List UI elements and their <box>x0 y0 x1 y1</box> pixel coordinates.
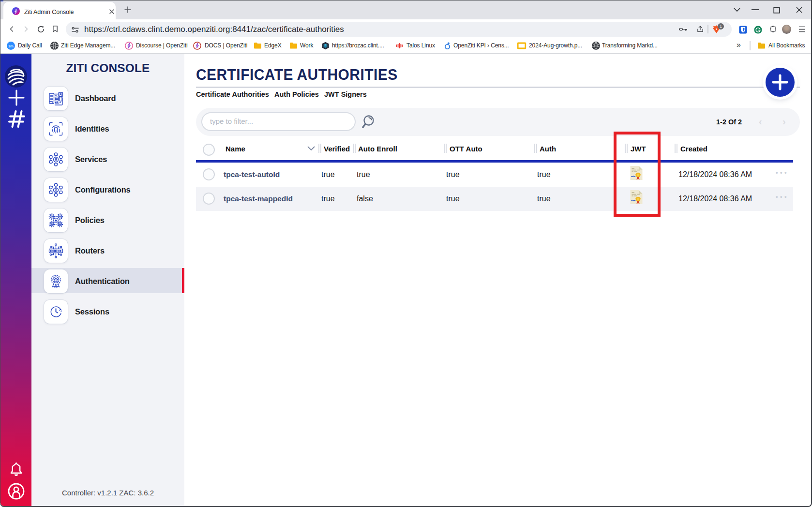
svg-text:zm: zm <box>8 44 14 48</box>
